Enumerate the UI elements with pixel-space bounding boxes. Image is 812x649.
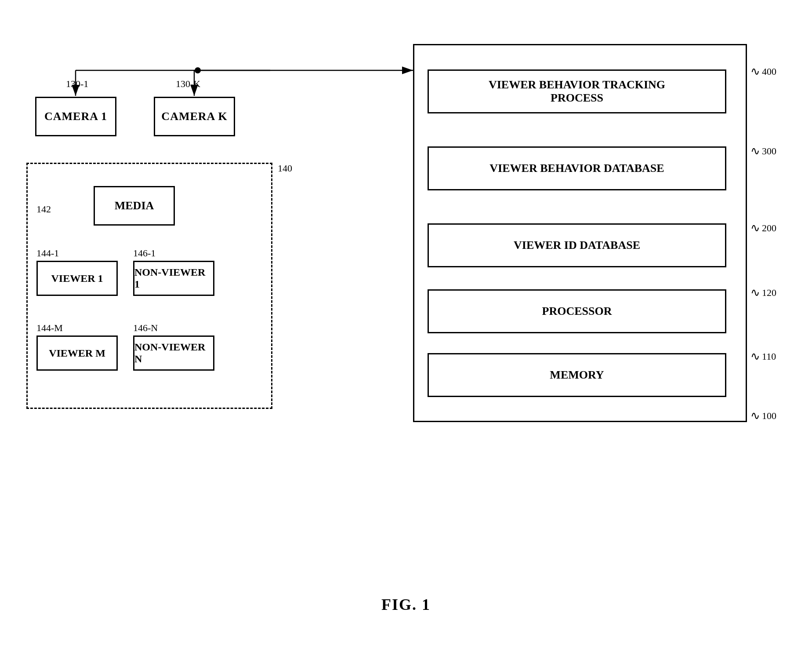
squiggle-400: ∿ — [750, 66, 760, 77]
ref-label-142: 142 — [36, 204, 51, 215]
viewer-id-database-box: VIEWER ID DATABASE — [428, 223, 726, 267]
squiggle-300: ∿ — [750, 144, 760, 158]
squiggle-120: ∿ — [750, 286, 760, 299]
right-section: VIEWER BEHAVIOR TRACKINGPROCESS VIEWER B… — [413, 26, 773, 422]
ref-label-130-K: 130-K — [176, 78, 200, 90]
camera1-box: CAMERA 1 — [35, 97, 116, 136]
figure-label: FIG. 1 — [381, 595, 431, 614]
viewer-behavior-tracking-box: VIEWER BEHAVIOR TRACKINGPROCESS — [428, 69, 726, 113]
viewer-behavior-tracking-label: VIEWER BEHAVIOR TRACKINGPROCESS — [489, 78, 665, 105]
squiggle-200: ∿ — [750, 221, 760, 235]
system-box: VIEWER BEHAVIOR TRACKINGPROCESS VIEWER B… — [413, 44, 747, 422]
nonviewer1-box: NON-VIEWER 1 — [133, 261, 214, 296]
ref-label-146-N: 146-N — [133, 322, 158, 334]
ref-label-130-1: 130-1 — [66, 78, 88, 90]
squiggle-110: ∿ — [750, 350, 760, 363]
ref-label-144-1: 144-1 — [36, 248, 59, 259]
processor-label: PROCESSOR — [542, 305, 612, 318]
ref-400: ∿ 400 — [750, 66, 776, 77]
ref-120: ∿ 120 — [750, 286, 776, 299]
cameraK-box: CAMERA K — [154, 97, 235, 136]
ref-label-146-1: 146-1 — [133, 248, 156, 259]
media-box: MEDIA — [94, 186, 175, 226]
viewer-behavior-database-label: VIEWER BEHAVIOR DATABASE — [489, 162, 664, 175]
memory-box: MEMORY — [428, 353, 726, 397]
dashed-environment-box: MEDIA 142 144-1 VIEWER 1 146-1 NON-VIEWE… — [26, 163, 272, 409]
ref-300: ∿ 300 — [750, 144, 776, 158]
ref-100: ∿ 100 — [750, 409, 776, 423]
ref-label-140: 140 — [278, 163, 292, 174]
left-section: 130-1 130-K CAMERA 1 CAMERA K 140 MEDIA … — [26, 26, 286, 422]
squiggle-100: ∿ — [750, 409, 760, 423]
nonviewerN-box: NON-VIEWER N — [133, 335, 214, 371]
viewer-behavior-database-box: VIEWER BEHAVIOR DATABASE — [428, 146, 726, 190]
ref-label-144-M: 144-M — [36, 322, 63, 334]
ref-110: ∿ 110 — [750, 350, 776, 363]
memory-label: MEMORY — [550, 368, 604, 382]
ref-200: ∿ 200 — [750, 221, 776, 235]
processor-box: PROCESSOR — [428, 289, 726, 333]
viewer-id-database-label: VIEWER ID DATABASE — [514, 239, 640, 252]
viewer1-box: VIEWER 1 — [36, 261, 118, 296]
viewerM-box: VIEWER M — [36, 335, 118, 371]
